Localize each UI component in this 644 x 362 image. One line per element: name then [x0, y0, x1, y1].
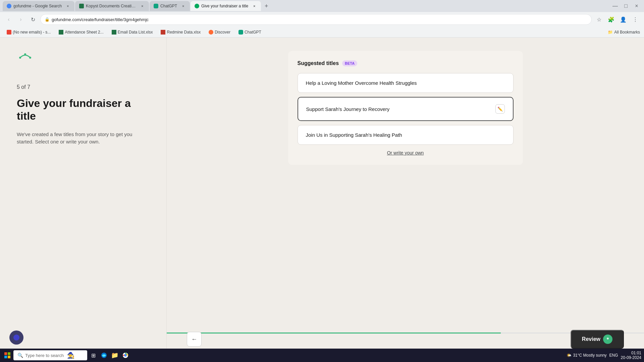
title-option-1[interactable]: Help a Loving Mother Overcome Health Str… [298, 73, 514, 93]
bookmark-gmail[interactable]: (No new emails) - s... [4, 29, 53, 35]
new-tab-button[interactable]: + [262, 1, 271, 11]
forward-nav-button[interactable]: › [16, 15, 25, 24]
bookmark-discover[interactable]: Discover [206, 29, 233, 35]
edge-icon[interactable] [99, 351, 109, 360]
lock-icon: 🔒 [45, 17, 50, 22]
google-favicon [7, 4, 11, 8]
taskbar-right-area: 🌤️ 31°C Mostly sunny ENG 01:01 20-09-202… [567, 351, 641, 360]
windows-start-button[interactable] [3, 351, 12, 360]
taskbar: 🔍 Type here to search 🧙 ⊞ 📁 🌤️ 31°C Most… [0, 349, 644, 362]
logo-svg [17, 51, 34, 63]
tab-excel-label: Kopyst Documents Creation.xl... [86, 4, 136, 8]
svg-rect-6 [8, 356, 10, 358]
time-display: 01:01 [621, 351, 641, 355]
title-option-3-text: Join Us in Supporting Sarah's Healing Pa… [306, 132, 402, 138]
bookmark-redmine[interactable]: Redmine Data.xlsx [158, 29, 203, 35]
file-explorer-icon[interactable]: 📁 [110, 351, 119, 360]
tab-excel[interactable]: Kopyst Documents Creation.xl... × [75, 1, 149, 11]
address-bar[interactable]: 🔒 gofundme.com/create/fundraiser/title/3… [40, 14, 592, 25]
extensions-button[interactable]: 🧩 [606, 15, 616, 24]
main-content: 5 of 7 Give your fundraiser a title We'v… [0, 38, 644, 349]
back-nav-button[interactable]: ‹ [4, 15, 13, 24]
redmine-bookmark-icon [161, 30, 165, 35]
attendance-bookmark-icon [59, 30, 63, 35]
title-option-2[interactable]: Support Sarah's Journey to Recovery ✏️ [298, 97, 514, 121]
back-button[interactable]: ← [187, 332, 202, 347]
tab-chatgpt[interactable]: ChatGPT × [150, 1, 190, 11]
tab-excel-close[interactable]: × [140, 3, 145, 9]
bookmark-chatgpt[interactable]: ChatGPT [236, 29, 264, 35]
close-window-button[interactable]: × [632, 1, 641, 11]
svg-point-1 [24, 53, 26, 55]
tab-gofundme-label: Give your fundraiser a title [201, 4, 248, 8]
tab-chatgpt-close[interactable]: × [180, 3, 186, 9]
svg-rect-5 [4, 356, 7, 358]
chrome-taskbar-icon[interactable] [121, 351, 130, 360]
navigation-bar: ‹ › ↻ 🔒 gofundme.com/create/fundraiser/t… [0, 12, 644, 27]
email-bookmark-icon [112, 30, 116, 35]
bookmark-gmail-label: (No new emails) - s... [13, 30, 51, 35]
review-button[interactable]: Review [571, 330, 624, 349]
date-display: 20-09-2024 [621, 355, 641, 360]
page-description: We've created a few titles from your sto… [17, 131, 150, 146]
system-tray: ENG [609, 353, 618, 358]
bookmark-attendance-label: Attendance Sheet 2... [65, 30, 103, 35]
bookmark-email[interactable]: Email Data List.xlsx [109, 29, 156, 35]
record-button[interactable] [9, 330, 23, 345]
bookmark-chatgpt-label: ChatGPT [245, 30, 261, 35]
weather-info: 🌤️ 31°C Mostly sunny [567, 353, 606, 358]
profile-button[interactable]: 👤 [619, 15, 628, 24]
left-panel: 5 of 7 Give your fundraiser a title We'v… [0, 38, 167, 349]
tab-bar: gofundme - Google Search × Kopyst Docume… [0, 0, 644, 12]
review-button-label: Review [582, 336, 600, 342]
card-header: Suggested titles BETA [298, 60, 514, 66]
taskbar-search-text: Type here to search [25, 353, 64, 358]
chatgpt-bookmark-icon [238, 30, 243, 35]
bookmark-discover-label: Discover [215, 30, 230, 35]
taskbar-search-bar[interactable]: 🔍 Type here to search 🧙 [13, 350, 87, 360]
svg-point-2 [29, 57, 31, 59]
edit-icon[interactable]: ✏️ [495, 104, 505, 114]
card-header-title: Suggested titles [298, 60, 339, 66]
tab-google-close[interactable]: × [65, 3, 70, 9]
gofundme-favicon [195, 4, 199, 8]
discover-bookmark-icon [209, 30, 213, 35]
bottom-bar: ← Review [167, 330, 644, 349]
svg-point-9 [124, 354, 127, 357]
tab-chatgpt-label: ChatGPT [160, 4, 177, 8]
gmail-bookmark-icon [7, 30, 11, 35]
tab-google[interactable]: gofundme - Google Search × [3, 1, 74, 11]
suggested-titles-card: Suggested titles BETA Help a Loving Moth… [288, 51, 523, 165]
bookmarks-bar: (No new emails) - s... Attendance Sheet … [0, 27, 644, 38]
bookmark-star-button[interactable]: ☆ [594, 15, 604, 24]
gofundme-logo [17, 51, 150, 64]
task-view-button[interactable]: ⊞ [89, 351, 98, 360]
beta-badge: BETA [342, 60, 357, 66]
lang-indicator: ENG [609, 353, 618, 358]
page-title: Give your fundraiser a title [17, 97, 150, 123]
minimize-button[interactable]: — [610, 1, 620, 11]
all-bookmarks-button[interactable]: 📁 All Bookmarks [608, 30, 640, 35]
svg-rect-4 [8, 352, 10, 355]
record-inner-circle [13, 335, 19, 341]
title-option-3[interactable]: Join Us in Supporting Sarah's Healing Pa… [298, 125, 514, 145]
chatgpt-favicon [154, 4, 158, 8]
bookmark-attendance[interactable]: Attendance Sheet 2... [56, 29, 106, 35]
svg-point-0 [19, 57, 21, 59]
title-option-1-text: Help a Loving Mother Overcome Health Str… [306, 80, 417, 86]
tab-gofundme-close[interactable]: × [252, 3, 257, 9]
tab-gofundme[interactable]: Give your fundraiser a title × [191, 1, 261, 11]
url-text: gofundme.com/create/fundraiser/title/3gm… [52, 17, 587, 22]
right-panel: Suggested titles BETA Help a Loving Moth… [167, 38, 644, 349]
excel-favicon [79, 4, 84, 8]
reload-button[interactable]: ↻ [28, 15, 38, 24]
all-bookmarks-label: All Bookmarks [614, 30, 640, 35]
title-option-2-text: Support Sarah's Journey to Recovery [306, 106, 390, 112]
maximize-button[interactable]: □ [621, 1, 631, 11]
taskbar-time: 01:01 20-09-2024 [621, 351, 641, 360]
bookmark-email-label: Email Data List.xlsx [118, 30, 153, 35]
menu-button[interactable]: ⋮ [631, 15, 640, 24]
write-own-link[interactable]: Or write your own [298, 150, 514, 156]
tab-google-label: gofundme - Google Search [13, 4, 62, 8]
step-count: 5 of 7 [17, 84, 150, 90]
